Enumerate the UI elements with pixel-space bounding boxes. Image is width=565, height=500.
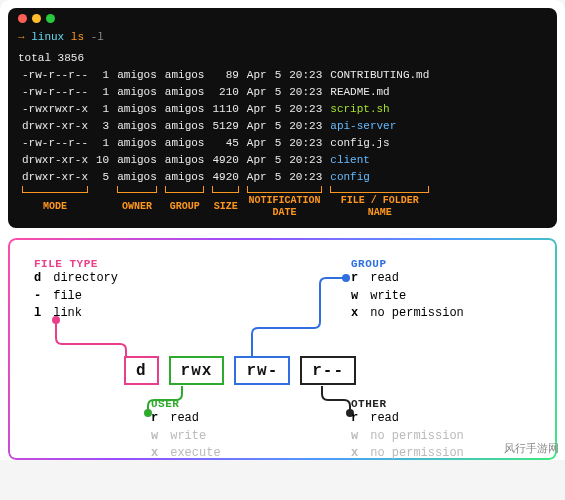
cell: Apr (243, 169, 271, 186)
other-title: OTHER (351, 398, 464, 410)
legend-value: read (363, 411, 399, 425)
prompt-flag: -l (91, 31, 104, 43)
label-mode: MODE (18, 195, 92, 218)
cell: 1 (92, 101, 113, 118)
cell: drwxr-xr-x (18, 152, 92, 169)
watermark: 风行手游网 (504, 441, 559, 456)
cell: README.md (326, 84, 433, 101)
cell: drwxr-xr-x (18, 118, 92, 135)
cell: amigos (113, 152, 161, 169)
cell: 5 (271, 169, 286, 186)
perm-user-box: rwx (169, 356, 225, 385)
bracket-owner (117, 186, 157, 193)
legend-value: link (46, 306, 82, 320)
minimize-icon[interactable] (32, 14, 41, 23)
table-row: drwxr-xr-x10amigosamigos4920Apr520:23cli… (18, 152, 433, 169)
legend-item: w write (151, 428, 221, 445)
cell: 1 (92, 135, 113, 152)
legend-item: x no permission (351, 305, 464, 322)
legend-item: x no permission (351, 445, 464, 460)
cell: amigos (161, 135, 209, 152)
cell: config.js (326, 135, 433, 152)
page-card: → linux ls -l total 3856 -rw-r--r--1amig… (0, 0, 565, 460)
legend-item: r read (351, 270, 464, 287)
legend-item: d directory (34, 270, 118, 287)
cell: 45 (208, 135, 242, 152)
cell: 20:23 (285, 101, 326, 118)
cell: 10 (92, 152, 113, 169)
cell: 89 (208, 67, 242, 84)
cell: Apr (243, 135, 271, 152)
legend-key: w (151, 428, 163, 445)
cell: api-server (326, 118, 433, 135)
cell: -rwxrwxr-x (18, 101, 92, 118)
legend-value: write (163, 429, 206, 443)
cell: 5 (271, 67, 286, 84)
bracket-group (165, 186, 205, 193)
legend-key: x (351, 305, 363, 322)
cell: client (326, 152, 433, 169)
cell: 20:23 (285, 169, 326, 186)
cell: Apr (243, 84, 271, 101)
close-icon[interactable] (18, 14, 27, 23)
legend-item: w no permission (351, 428, 464, 445)
cell: Apr (243, 152, 271, 169)
bracket-size (212, 186, 238, 193)
group-title: GROUP (351, 258, 464, 270)
legend-value: write (363, 289, 406, 303)
cell: 4920 (208, 169, 242, 186)
group-legend: GROUP r readw writex no permission (351, 258, 464, 322)
cell: 20:23 (285, 135, 326, 152)
legend-key: r (351, 410, 363, 427)
legend-item: r read (151, 410, 221, 427)
other-legend: OTHER r readw no permissionx no permissi… (351, 398, 464, 460)
labels-row: MODE OWNER GROUP SIZE NOTIFICATIONDATE F… (18, 195, 433, 218)
legend-item: w write (351, 288, 464, 305)
legend-item: x execute (151, 445, 221, 460)
cell: 20:23 (285, 152, 326, 169)
cell: amigos (113, 169, 161, 186)
bracket-row (18, 186, 433, 195)
cell: 210 (208, 84, 242, 101)
cell: 5 (92, 169, 113, 186)
perm-other-box: r-- (300, 356, 356, 385)
legend-value: no permission (363, 429, 464, 443)
cell: 5 (271, 135, 286, 152)
perm-filetype-box: d (124, 356, 159, 385)
ls-output-table: -rw-r--r--1amigosamigos89Apr520:23CONTRI… (18, 67, 433, 218)
prompt-line: → linux ls -l (18, 27, 547, 50)
legend-key: x (151, 445, 163, 460)
cell: amigos (161, 67, 209, 84)
cell: 5129 (208, 118, 242, 135)
cell: 20:23 (285, 67, 326, 84)
table-row: drwxr-xr-x3amigosamigos5129Apr520:23api-… (18, 118, 433, 135)
user-legend: USER r readw writex execute (151, 398, 221, 460)
table-row: drwxr-xr-x5amigosamigos4920Apr520:23conf… (18, 169, 433, 186)
maximize-icon[interactable] (46, 14, 55, 23)
label-name: FILE / FOLDERNAME (326, 195, 433, 218)
cell: Apr (243, 101, 271, 118)
cell: 20:23 (285, 118, 326, 135)
label-group: GROUP (161, 195, 209, 218)
filetype-title: FILE TYPE (34, 258, 118, 270)
cell: amigos (113, 118, 161, 135)
legend-key: - (34, 288, 46, 305)
cell: amigos (113, 135, 161, 152)
cell: 5 (271, 101, 286, 118)
total-line: total 3856 (18, 50, 547, 67)
cell: amigos (161, 101, 209, 118)
cell: Apr (243, 118, 271, 135)
legend-key: l (34, 305, 46, 322)
legend-key: x (351, 445, 363, 460)
cell: config (326, 169, 433, 186)
table-row: -rw-r--r--1amigosamigos210Apr520:23READM… (18, 84, 433, 101)
legend-value: no permission (363, 306, 464, 320)
legend-key: w (351, 428, 363, 445)
legend-key: r (351, 270, 363, 287)
cell: 1110 (208, 101, 242, 118)
cell: script.sh (326, 101, 433, 118)
label-owner: OWNER (113, 195, 161, 218)
legend-item: - file (34, 288, 118, 305)
legend-item: r read (351, 410, 464, 427)
bracket-mode (22, 186, 88, 193)
